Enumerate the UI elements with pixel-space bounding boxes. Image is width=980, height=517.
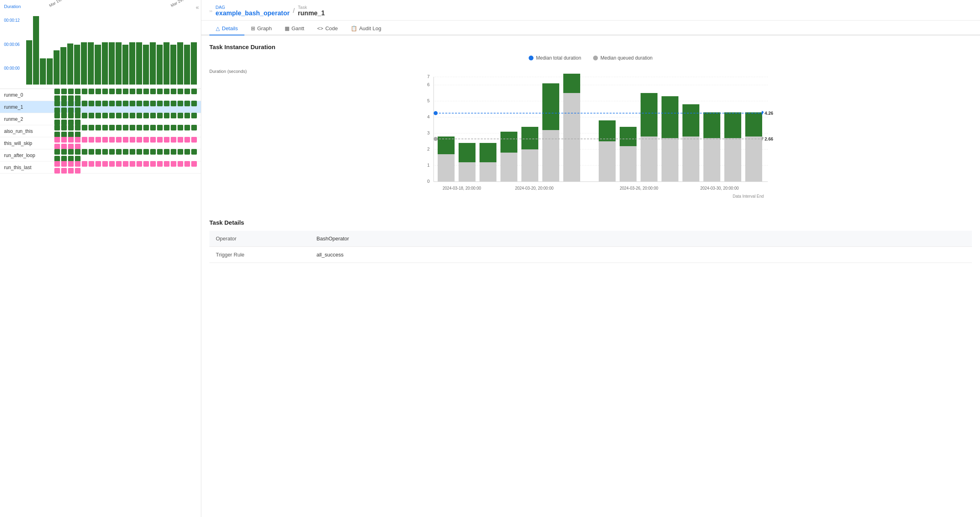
task-cell	[178, 137, 183, 143]
task-cell	[171, 161, 176, 167]
tab-details[interactable]: △ Details	[209, 22, 244, 35]
task-cell	[68, 89, 74, 94]
bar	[40, 58, 46, 85]
bar	[177, 42, 183, 85]
bar-total	[620, 127, 637, 146]
tab-gantt[interactable]: ▦ Gantt	[278, 22, 311, 35]
y-tick-2: 00:00:06	[4, 42, 20, 47]
collapse-button[interactable]: «	[196, 4, 199, 10]
bar	[150, 42, 156, 85]
task-cell	[95, 125, 101, 130]
task-cell	[164, 149, 170, 155]
bar-total	[599, 120, 616, 141]
legend-total-label: Median total duration	[536, 55, 581, 61]
bar	[67, 43, 73, 85]
bar	[95, 45, 101, 85]
bar-queued	[599, 141, 616, 182]
tab-graph[interactable]: ⊞ Graph	[244, 22, 278, 35]
task-row[interactable]: run_this_last	[0, 161, 201, 174]
bar	[143, 45, 149, 85]
task-cell	[61, 161, 67, 167]
bar-queued	[438, 154, 455, 182]
main-chart-svg: 0 1 2 3 4 5 6 7	[209, 69, 972, 206]
task-cell	[136, 149, 142, 155]
task-cell	[164, 161, 170, 167]
task-cell	[89, 149, 94, 155]
task-cell	[116, 113, 122, 118]
x-tick-3: 2024-03-26, 20:00:00	[620, 186, 658, 190]
task-cell	[123, 161, 128, 167]
dag-name[interactable]: example_bash_operator	[215, 10, 289, 17]
table-cell-label: Operator	[209, 231, 310, 247]
task-cell	[116, 125, 122, 130]
task-cell	[102, 101, 108, 106]
task-name: runme_0	[0, 92, 52, 98]
task-cell	[171, 101, 176, 106]
y-axis-label: Duration	[4, 4, 21, 9]
duration-chart: « Duration 00:00:12 00:00:06 00:00:00 Ma…	[0, 0, 201, 89]
legend-dot-gray	[593, 56, 598, 60]
task-cell	[157, 113, 163, 118]
task-name: also_run_this	[0, 128, 52, 134]
task-cell	[75, 168, 81, 174]
bar	[157, 45, 163, 85]
task-cell	[54, 113, 60, 118]
task-cell	[123, 89, 128, 94]
bar-queued	[745, 136, 762, 182]
task-cell	[136, 89, 142, 94]
task-cell	[143, 149, 149, 155]
task-cell	[130, 161, 135, 167]
median-queued-value: 2.66	[765, 136, 773, 141]
task-cell	[136, 161, 142, 167]
tab-gantt-label: Gantt	[292, 25, 304, 31]
task-cell	[54, 161, 60, 167]
task-cell	[136, 113, 142, 118]
bar-total	[459, 143, 476, 162]
task-cell	[89, 113, 94, 118]
bar-queued	[521, 149, 538, 182]
task-cell	[150, 113, 156, 118]
task-cell	[109, 149, 115, 155]
task-cell	[178, 113, 183, 118]
code-icon: <>	[317, 25, 323, 31]
bar	[33, 16, 39, 85]
bar	[116, 42, 122, 85]
breadcrumb-separator: /	[293, 7, 294, 14]
task-cell	[184, 89, 190, 94]
task-cell	[75, 101, 81, 106]
tab-bar: △ Details ⊞ Graph ▦ Gantt <> Code 📋 Audi…	[201, 22, 980, 35]
task-cell	[109, 161, 115, 167]
bar	[184, 45, 190, 85]
task-cell	[130, 125, 135, 130]
bar-queued	[641, 136, 657, 182]
task-cell	[178, 125, 183, 130]
task-cell	[157, 149, 163, 155]
median-queued-arrow	[762, 136, 764, 141]
bar-total	[662, 96, 678, 138]
task-cell	[157, 101, 163, 106]
task-details-title: Task Details	[209, 219, 972, 226]
task-cell	[116, 161, 122, 167]
task-cell	[184, 137, 190, 143]
tab-code[interactable]: <> Code	[311, 22, 344, 35]
task-cell	[54, 89, 60, 94]
task-cell	[184, 161, 190, 167]
task-cell	[178, 101, 183, 106]
task-cell	[95, 101, 101, 106]
task-cell	[171, 149, 176, 155]
tab-audit-log[interactable]: 📋 Audit Log	[344, 22, 388, 35]
task-cell	[102, 137, 108, 143]
task-cell	[130, 137, 135, 143]
svg-text:1: 1	[427, 163, 430, 168]
task-cell	[68, 101, 74, 106]
task-cell	[157, 125, 163, 130]
task-cell	[123, 125, 128, 130]
bar-queued	[662, 138, 678, 182]
task-cell	[191, 149, 197, 155]
bar	[122, 45, 128, 85]
task-cell	[130, 113, 135, 118]
date-label-2: Mar 29, 20:00	[170, 0, 194, 8]
bar-total	[521, 127, 538, 149]
task-cell	[75, 161, 81, 167]
task-cell	[143, 101, 149, 106]
